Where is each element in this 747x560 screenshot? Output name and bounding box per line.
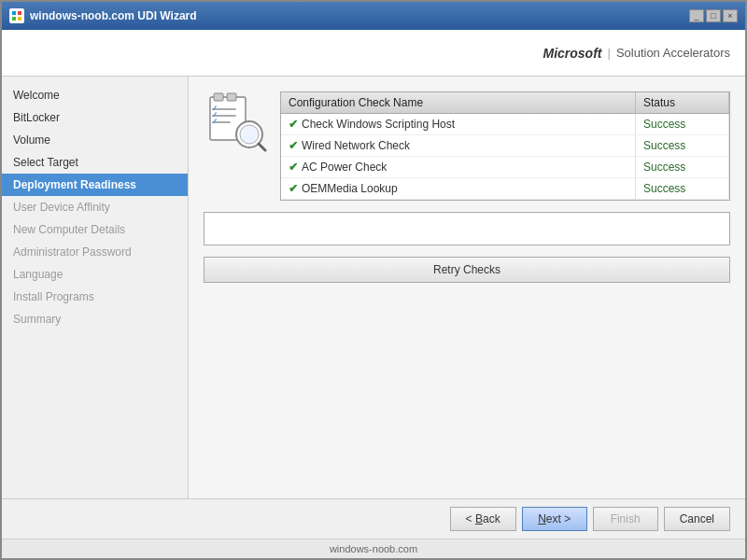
svg-rect-2 bbox=[12, 17, 16, 21]
sidebar: Welcome BitLocker Volume Select Target D… bbox=[2, 77, 189, 498]
check-mark-icon: ✔ bbox=[289, 182, 298, 195]
check-mark-icon: ✔ bbox=[289, 139, 298, 152]
svg-rect-6 bbox=[227, 93, 236, 101]
sidebar-item-deployment-readiness[interactable]: Deployment Readiness bbox=[2, 174, 188, 196]
close-button[interactable]: × bbox=[723, 9, 738, 22]
check-status: Success bbox=[636, 114, 729, 135]
check-mark-icon: ✔ bbox=[289, 118, 298, 131]
detail-text-area[interactable] bbox=[204, 212, 730, 245]
back-button[interactable]: < Back bbox=[450, 507, 516, 531]
navigation-buttons: < Back Next > Finish Cancel bbox=[450, 507, 730, 531]
window-icon bbox=[9, 8, 24, 23]
checklist-magnifier-icon: ✓ ✓ ✓ bbox=[206, 91, 267, 157]
col-header-status: Status bbox=[636, 92, 729, 114]
check-status: Success bbox=[636, 135, 729, 157]
window-title: windows-noob.com UDI Wizard bbox=[30, 9, 197, 22]
svg-rect-1 bbox=[18, 11, 21, 15]
sidebar-item-welcome[interactable]: Welcome bbox=[2, 84, 188, 106]
ms-branding: Microsoft | Solution Accelerators bbox=[543, 46, 730, 61]
table-row: ✔AC Power Check Success bbox=[281, 157, 729, 178]
sidebar-item-administrator-password: Administrator Password bbox=[2, 241, 188, 263]
finish-button: Finish bbox=[593, 507, 658, 531]
table-row: ✔Check Windows Scripting Host Success bbox=[281, 114, 729, 135]
maximize-button[interactable]: □ bbox=[706, 9, 721, 22]
col-header-name: Configuration Check Name bbox=[281, 92, 636, 114]
check-name: ✔AC Power Check bbox=[281, 157, 636, 178]
svg-rect-3 bbox=[18, 17, 21, 21]
cancel-button[interactable]: Cancel bbox=[664, 507, 730, 531]
sidebar-item-volume[interactable]: Volume bbox=[2, 129, 188, 151]
sidebar-item-user-device-affinity: User Device Affinity bbox=[2, 196, 188, 218]
check-name: ✔Check Windows Scripting Host bbox=[281, 114, 636, 135]
check-status: Success bbox=[636, 178, 729, 200]
sidebar-item-select-target[interactable]: Select Target bbox=[2, 151, 188, 174]
retry-checks-button[interactable]: Retry Checks bbox=[204, 257, 730, 283]
header-area: Microsoft | Solution Accelerators bbox=[2, 30, 745, 77]
table-row: ✔Wired Network Check Success bbox=[281, 135, 729, 157]
sidebar-item-new-computer-details: New Computer Details bbox=[2, 218, 188, 241]
next-button[interactable]: Next > bbox=[522, 507, 587, 531]
top-section: ✓ ✓ ✓ Configuration Check Name bbox=[204, 91, 730, 201]
sidebar-item-language: Language bbox=[2, 263, 188, 286]
svg-text:✓: ✓ bbox=[211, 117, 218, 126]
title-bar-left: windows-noob.com UDI Wizard bbox=[9, 8, 197, 23]
sidebar-item-summary: Summary bbox=[2, 308, 188, 330]
main-content: Welcome BitLocker Volume Select Target D… bbox=[2, 77, 745, 498]
sidebar-item-bitlocker[interactable]: BitLocker bbox=[2, 106, 188, 129]
content-panel: ✓ ✓ ✓ Configuration Check Name bbox=[189, 77, 745, 498]
checks-table-container: Configuration Check Name Status ✔Check W… bbox=[280, 91, 730, 201]
svg-rect-0 bbox=[12, 11, 16, 15]
svg-rect-5 bbox=[214, 93, 223, 101]
window-controls: _ □ × bbox=[689, 9, 738, 22]
icon-area: ✓ ✓ ✓ bbox=[204, 91, 269, 157]
check-status: Success bbox=[636, 157, 729, 178]
check-mark-icon: ✔ bbox=[289, 161, 298, 174]
title-bar: windows-noob.com UDI Wizard _ □ × bbox=[2, 2, 745, 30]
ms-divider: | bbox=[607, 46, 610, 60]
sidebar-item-install-programs: Install Programs bbox=[2, 286, 188, 308]
check-name: ✔Wired Network Check bbox=[281, 135, 636, 157]
checks-table: Configuration Check Name Status ✔Check W… bbox=[281, 92, 729, 200]
bottom-bar: < Back Next > Finish Cancel bbox=[2, 498, 745, 539]
watermark: windows-noob.com bbox=[2, 539, 745, 558]
ms-brand-text: Solution Accelerators bbox=[616, 46, 730, 60]
ms-logo: Microsoft bbox=[543, 46, 601, 61]
main-window: windows-noob.com UDI Wizard _ □ × Micros… bbox=[0, 0, 747, 560]
check-name: ✔OEMMedia Lookup bbox=[281, 178, 636, 200]
svg-point-14 bbox=[240, 125, 259, 144]
table-row: ✔OEMMedia Lookup Success bbox=[281, 178, 729, 200]
minimize-button[interactable]: _ bbox=[689, 9, 704, 22]
svg-line-15 bbox=[259, 144, 265, 150]
